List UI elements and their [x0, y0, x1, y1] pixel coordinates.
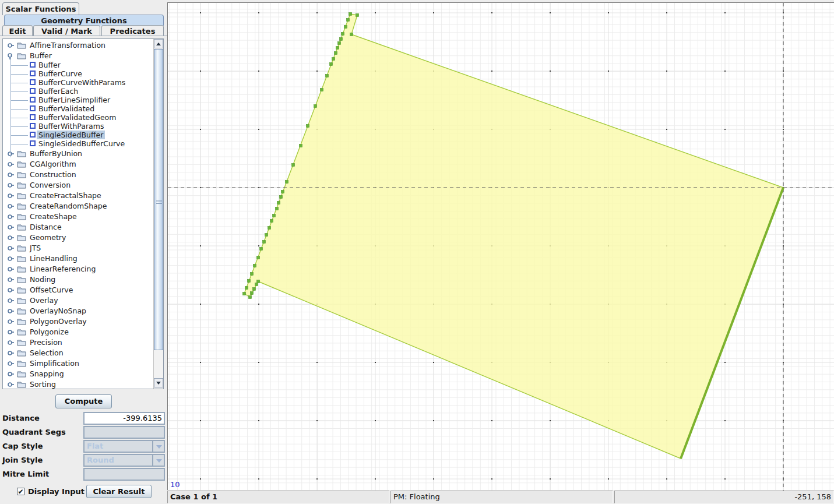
- tree-item-bufferlinesimplifier[interactable]: BufferLineSimplifier: [3, 96, 153, 104]
- tree-item-buffer[interactable]: Buffer: [3, 50, 153, 61]
- display-input-checkbox[interactable]: ✔: [17, 488, 24, 495]
- grid-dot: [258, 129, 259, 130]
- tree-item-buffereach[interactable]: BufferEach: [3, 87, 153, 96]
- tree-item-linearreferencing[interactable]: LinearReferencing: [3, 263, 153, 274]
- tab-scalar-functions[interactable]: Scalar Functions: [2, 2, 79, 15]
- tree-item-affinetransformation[interactable]: AffineTransformation: [3, 40, 153, 50]
- tree-item-offsetcurve[interactable]: OffsetCurve: [3, 284, 153, 295]
- folder-icon: [17, 276, 26, 283]
- expand-handle-icon[interactable]: [8, 42, 14, 47]
- grid-dot: [666, 129, 667, 130]
- vertex-marker: [307, 125, 309, 128]
- function-leaf-icon: [30, 62, 36, 68]
- join-style-combobox[interactable]: Round: [83, 454, 165, 467]
- tab-geometry-functions[interactable]: Geometry Functions: [4, 15, 164, 26]
- tree-item-selection[interactable]: Selection: [3, 347, 153, 358]
- display-input-label: Display Input: [28, 487, 85, 496]
- tree-item-distance[interactable]: Distance: [3, 221, 153, 232]
- tree-item-buffer[interactable]: Buffer: [3, 61, 153, 69]
- tree-item-linehandling[interactable]: LineHandling: [3, 253, 153, 263]
- tab-edit[interactable]: Edit: [2, 25, 33, 36]
- distance-field[interactable]: -399.6135: [83, 412, 165, 425]
- geometry-canvas[interactable]: 10: [167, 2, 834, 490]
- function-leaf-icon: [30, 140, 36, 146]
- vertex-marker: [300, 144, 302, 147]
- combo-arrow-button[interactable]: [152, 440, 165, 453]
- tree-item-buffervalidatedgeom[interactable]: BufferValidatedGeom: [3, 113, 153, 122]
- grid-dot: [200, 420, 201, 421]
- tree-item-construction[interactable]: Construction: [3, 169, 153, 179]
- tree-item-createrandomshape[interactable]: CreateRandomShape: [3, 200, 153, 211]
- tree-item-createfractalshape[interactable]: CreateFractalShape: [3, 190, 153, 200]
- tree-item-polygonize[interactable]: Polygonize: [3, 326, 153, 337]
- vertex-marker: [336, 47, 339, 50]
- tree-item-overlaynosnap[interactable]: OverlayNoSnap: [3, 305, 153, 316]
- folder-icon: [17, 318, 26, 325]
- scroll-down-button[interactable]: [154, 378, 163, 387]
- tree-connector: [10, 109, 28, 110]
- tab-valid-mark[interactable]: Valid / Mark: [33, 25, 100, 36]
- expand-handle-icon[interactable]: [8, 171, 14, 177]
- tree-item-bufferwithparams[interactable]: BufferWithParams: [3, 122, 153, 131]
- expand-handle-icon[interactable]: [8, 381, 14, 386]
- tree-item-sorting[interactable]: Sorting: [3, 379, 153, 389]
- tree-item-noding[interactable]: Noding: [3, 274, 153, 284]
- expand-handle-icon[interactable]: [8, 339, 14, 344]
- quadrant-segs-field[interactable]: [83, 426, 165, 439]
- tree-item-conversion[interactable]: Conversion: [3, 179, 153, 190]
- scrollbar-thumb[interactable]: [154, 49, 163, 350]
- clear-result-button[interactable]: Clear Result: [86, 485, 152, 498]
- expand-handle-icon[interactable]: [8, 234, 14, 239]
- tree-item-singlesidedbuffercurve[interactable]: SingleSidedBufferCurve: [3, 139, 153, 148]
- vertex-marker: [350, 33, 353, 36]
- tree-item-overlay[interactable]: Overlay: [3, 295, 153, 305]
- expand-handle-icon[interactable]: [8, 308, 14, 313]
- expand-handle-icon[interactable]: [8, 245, 14, 250]
- tree-item-snapping[interactable]: Snapping: [3, 368, 153, 379]
- vertex-marker: [254, 265, 256, 267]
- tab-predicates[interactable]: Predicates: [101, 25, 164, 36]
- tree-item-precision[interactable]: Precision: [3, 337, 153, 347]
- expand-handle-icon[interactable]: [8, 329, 14, 334]
- expand-handle-icon[interactable]: [8, 213, 14, 218]
- tree-item-bufferbyunion[interactable]: BufferByUnion: [3, 148, 153, 158]
- expand-handle-icon[interactable]: [8, 203, 14, 208]
- grid-dot: [550, 478, 551, 480]
- vertex-marker: [286, 181, 288, 184]
- tree-item-simplification[interactable]: Simplification: [3, 358, 153, 368]
- grid-dot: [200, 129, 201, 130]
- scroll-up-button[interactable]: [154, 39, 163, 48]
- tree-item-buffervalidated[interactable]: BufferValidated: [3, 104, 153, 113]
- tree-scrollbar[interactable]: [153, 39, 163, 389]
- tree-item-buffercurvewithparams[interactable]: BufferCurveWithParams: [3, 78, 153, 87]
- buffer-result-polygon: [244, 14, 783, 459]
- expand-handle-icon[interactable]: [8, 182, 14, 187]
- expand-handle-icon[interactable]: [8, 255, 14, 260]
- tree-item-buffercurve[interactable]: BufferCurve: [3, 69, 153, 78]
- expand-handle-icon[interactable]: [8, 224, 14, 229]
- cap-style-combobox[interactable]: Flat: [83, 440, 165, 453]
- tree-item-jts[interactable]: JTS: [3, 242, 153, 253]
- expand-handle-icon[interactable]: [8, 287, 14, 292]
- grid-dot: [433, 12, 434, 13]
- expand-handle-icon[interactable]: [8, 161, 14, 166]
- compute-button[interactable]: Compute: [55, 394, 112, 408]
- expand-handle-icon[interactable]: [8, 297, 14, 302]
- tree-item-polygonoverlay[interactable]: PolygonOverlay: [3, 316, 153, 326]
- combo-arrow-button[interactable]: [152, 454, 165, 467]
- expand-handle-icon[interactable]: [8, 350, 14, 355]
- expand-handle-icon[interactable]: [8, 192, 14, 198]
- expand-handle-icon[interactable]: [8, 318, 14, 323]
- expand-handle-icon[interactable]: [8, 276, 14, 281]
- vertex-marker: [314, 105, 317, 108]
- expand-handle-icon[interactable]: [8, 266, 14, 271]
- mitre-limit-field[interactable]: [83, 468, 165, 481]
- tree-item-cgalgorithm[interactable]: CGAlgorithm: [3, 158, 153, 169]
- expand-handle-icon[interactable]: [8, 360, 14, 365]
- vertex-marker: [273, 214, 276, 217]
- function-leaf-icon: [30, 88, 36, 94]
- tree-item-geometry[interactable]: Geometry: [3, 232, 153, 242]
- expand-handle-icon[interactable]: [8, 371, 14, 376]
- tree-item-createshape[interactable]: CreateShape: [3, 211, 153, 221]
- tree-item-singlesidedbuffer[interactable]: SingleSidedBuffer: [3, 131, 153, 139]
